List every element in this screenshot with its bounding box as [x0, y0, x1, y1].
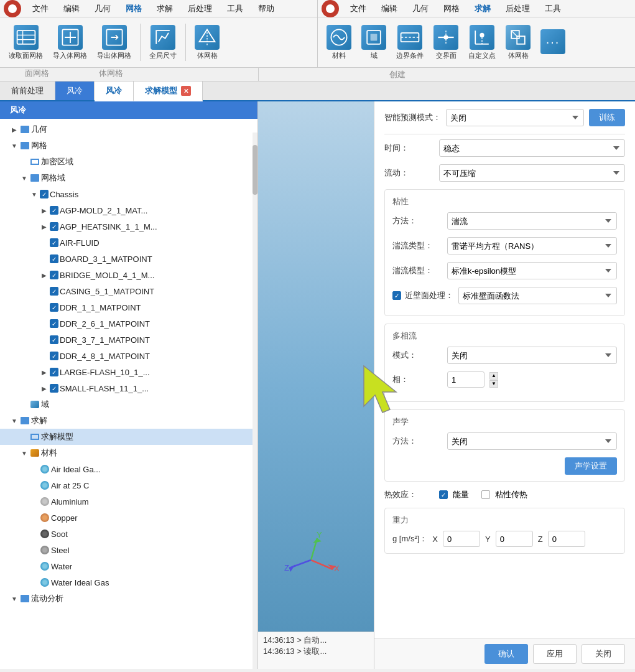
expand-bridge-icon[interactable]: ▶ — [40, 271, 49, 279]
tree-item-chassis[interactable]: ▼ ✓ Chassis — [0, 186, 257, 202]
materials-button[interactable]: 材料 — [323, 24, 355, 62]
tree-item-ddr1[interactable]: ▶ ✓ DDR_1_1_MATPOINT — [0, 299, 257, 315]
tree-item-large-flash[interactable]: ▶ ✓ LARGE-FLASH_10_1_... — [0, 364, 257, 380]
checkbox-agphs[interactable]: ✓ — [50, 222, 58, 231]
menu-post2[interactable]: 后处理 — [498, 2, 537, 16]
menu-solve2[interactable]: 求解 — [467, 2, 498, 16]
interface-button[interactable]: 交界面 — [430, 24, 462, 62]
energy-checkbox[interactable]: ✓ — [439, 490, 448, 499]
menu-edit2[interactable]: 编辑 — [374, 2, 405, 16]
tree-item-small-flash[interactable]: ▶ ✓ SMALL-FLASH_11_1_... — [0, 380, 257, 396]
tree-item-air-fluid[interactable]: ▶ ✓ AIR-FLUID — [0, 235, 257, 251]
menu-tools1[interactable]: 工具 — [220, 2, 251, 16]
tree-item-mesh-domain[interactable]: ▼ 网格域 — [0, 170, 257, 186]
tree-item-air-25[interactable]: ▶ Air at 25 C — [0, 477, 257, 493]
expand-flow-icon[interactable]: ▼ — [10, 594, 19, 603]
expand-large-flash-icon[interactable]: ▶ — [40, 368, 49, 376]
tree-item-soot[interactable]: ▶ Soot — [0, 526, 257, 542]
tree-item-bridge[interactable]: ▶ ✓ BRIDGE_MOLD_4_1_M... — [0, 267, 257, 283]
checkbox-bridge[interactable]: ✓ — [50, 271, 58, 279]
expand-geometry-icon[interactable]: ▶ — [10, 125, 19, 134]
expand-mesh-icon[interactable]: ▼ — [10, 141, 19, 150]
tree-item-solver-model[interactable]: ▶ 求解模型 — [0, 429, 257, 445]
expand-solver-icon[interactable]: ▼ — [10, 416, 19, 425]
expand-small-flash-icon[interactable]: ▶ — [40, 384, 49, 393]
tree-item-mesh[interactable]: ▼ 网格 — [0, 138, 257, 154]
acoustics-method-select[interactable]: 关闭 开启 — [447, 432, 617, 450]
gravity-z-input[interactable] — [548, 531, 585, 547]
gravity-y-input[interactable] — [496, 531, 533, 547]
tree-item-board[interactable]: ▶ ✓ BOARD_3_1_MATPOINT — [0, 251, 257, 267]
turbulence-model-select[interactable]: 标准k-epsilon模型 RNG k-epsilon模型 — [447, 262, 617, 279]
import-volume-mesh-button[interactable]: 导入体网格 — [49, 24, 91, 62]
flow-select[interactable]: 不可压缩 可压缩 — [439, 164, 625, 182]
tab-preprocessing[interactable]: 前前处理 — [0, 82, 55, 100]
menu-geo2[interactable]: 几何 — [405, 2, 436, 16]
checkbox-ddr3[interactable]: ✓ — [50, 335, 58, 344]
tree-item-water[interactable]: ▶ Water — [0, 558, 257, 574]
phase-up-icon[interactable]: ▲ — [489, 372, 498, 380]
menu-file1[interactable]: 文件 — [25, 2, 56, 16]
train-button[interactable]: 训练 — [589, 109, 625, 126]
smart-predict-select[interactable]: 关闭 开启 — [446, 109, 584, 126]
confirm-button[interactable]: 确认 — [484, 644, 528, 664]
tree-item-aluminium[interactable]: ▶ Aluminium — [0, 493, 257, 510]
tree-item-copper[interactable]: ▶ Copper — [0, 510, 257, 526]
turbulence-type-select[interactable]: 雷诺平均方程（RANS） 大涡模拟（LES） — [447, 237, 617, 254]
menu-mesh2[interactable]: 网格 — [436, 2, 467, 16]
menu-mesh1[interactable]: 网格 — [118, 2, 149, 16]
expand-agp-icon[interactable]: ▶ — [40, 206, 49, 215]
checkbox-ddr1[interactable]: ✓ — [50, 303, 58, 312]
apply-button[interactable]: 应用 — [533, 644, 577, 664]
expand-chassis-icon[interactable]: ▼ — [30, 190, 39, 198]
global-size-button[interactable]: 全局尺寸 — [146, 24, 180, 62]
viscous-heat-checkbox[interactable] — [481, 490, 490, 499]
phase-input[interactable] — [447, 371, 484, 388]
boundary-conditions-button[interactable]: 边界条件 — [392, 24, 427, 62]
tree-item-air-ideal[interactable]: ▶ Air Ideal Ga... — [0, 461, 257, 477]
tree-item-water-ideal[interactable]: ▶ Water Ideal Gas — [0, 574, 257, 590]
tree-item-ddr2[interactable]: ▶ ✓ DDR_2_6_1_MATPOINT — [0, 315, 257, 332]
menu-file2[interactable]: 文件 — [343, 2, 374, 16]
checkbox-chassis[interactable]: ✓ — [40, 190, 49, 198]
tree-item-agp-heatsink[interactable]: ▶ ✓ AGP_HEATSINK_1_1_M... — [0, 218, 257, 235]
tree-item-ddr4[interactable]: ▶ ✓ DDR_4_8_1_MATPOINT — [0, 348, 257, 364]
checkbox-board[interactable]: ✓ — [50, 254, 58, 263]
checkbox-casing[interactable]: ✓ — [50, 287, 58, 296]
checkbox-ddr2[interactable]: ✓ — [50, 319, 58, 328]
tree-item-flow-analysis[interactable]: ▼ 流动分析 — [0, 590, 257, 607]
gravity-x-input[interactable] — [443, 531, 480, 547]
tree-item-ddr3[interactable]: ▶ ✓ DDR_3_7_1_MATPOINT — [0, 332, 257, 348]
checkbox-agp[interactable]: ✓ — [50, 206, 58, 215]
tree-item-solver[interactable]: ▼ 求解 — [0, 413, 257, 429]
checkbox-large-flash[interactable]: ✓ — [50, 368, 58, 376]
tree-item-steel[interactable]: ▶ Steel — [0, 542, 257, 558]
acoustics-settings-button[interactable]: 声学设置 — [565, 457, 617, 475]
phase-spinner[interactable]: ▲ ▼ — [489, 372, 498, 388]
tab-close-icon[interactable]: ✕ — [181, 86, 191, 96]
phase-down-icon[interactable]: ▼ — [489, 380, 498, 388]
domain-button[interactable]: 域 — [358, 24, 390, 62]
export-volume-mesh-button[interactable]: 导出体网格 — [93, 24, 135, 62]
near-wall-checkbox[interactable]: ✓ — [392, 291, 401, 300]
tree-item-dense-zone[interactable]: ▶ 加密区域 — [0, 154, 257, 170]
tab-air-cooling-left[interactable]: 风冷 — [55, 82, 95, 100]
tree-container[interactable]: ▶ 几何 ▼ 网格 ▶ 加密区域 ▼ 网格域 — [0, 119, 257, 669]
menu-edit1[interactable]: 编辑 — [56, 2, 87, 16]
method-select[interactable]: 湍流 层流 — [447, 212, 617, 230]
custom-point-button[interactable]: 自定义点 — [465, 24, 499, 62]
tree-item-geometry[interactable]: ▶ 几何 — [0, 121, 257, 138]
tree-scrollbar[interactable] — [253, 133, 257, 669]
tree-item-agp-mold[interactable]: ▶ ✓ AGP-MOLD_2_1_MAT... — [0, 202, 257, 218]
tab-air-cooling-right[interactable]: 风冷 — [95, 82, 134, 101]
tab-solver-model[interactable]: 求解模型 ✕ — [134, 82, 203, 101]
read-surface-mesh-button[interactable]: 读取面网格 — [5, 24, 47, 62]
menu-help1[interactable]: 帮助 — [251, 2, 282, 16]
tree-scroll-thumb[interactable] — [253, 145, 257, 195]
checkbox-air-fluid[interactable]: ✓ — [50, 238, 58, 247]
checkbox-small-flash[interactable]: ✓ — [50, 384, 58, 393]
time-select[interactable]: 稳态 瞬态 — [439, 139, 625, 157]
menu-tools2[interactable]: 工具 — [537, 2, 568, 16]
expand-agphs-icon[interactable]: ▶ — [40, 222, 49, 231]
volume-mesh-button[interactable]: 体网格 — [191, 24, 223, 62]
